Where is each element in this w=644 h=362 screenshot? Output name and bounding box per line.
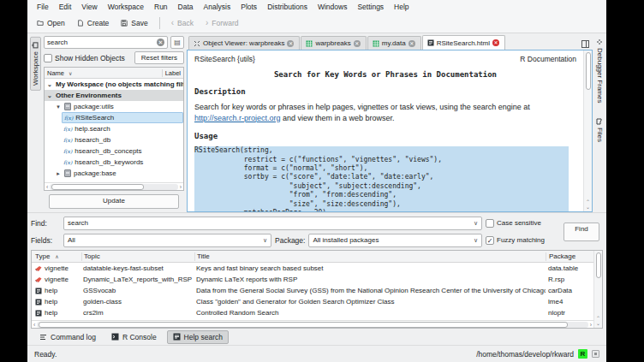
tree-item-hsearch-db-concepts[interactable]: f(x) hsearch_db_concepts: [62, 145, 183, 157]
table-row[interactable]: help crs2lm Controlled Random Search nlo…: [32, 307, 593, 318]
tree-item-hsearch-db-keywords[interactable]: f(x) hsearch_db_keywords: [62, 157, 183, 168]
r-console-tab[interactable]: R Console: [106, 331, 162, 343]
collapse-icon[interactable]: ⌄: [46, 81, 53, 88]
column-header-title[interactable]: Title: [194, 252, 546, 261]
fuzzy-matching-checkbox[interactable]: [486, 236, 494, 245]
column-header-name[interactable]: Name ∨: [47, 69, 159, 77]
files-side-tab[interactable]: Files: [595, 116, 605, 144]
interrupt-engine-icon[interactable]: [592, 350, 599, 358]
menu-workspace[interactable]: Workspace: [104, 2, 148, 12]
menu-distributions[interactable]: Distributions: [263, 2, 312, 12]
open-label: Open: [47, 19, 65, 27]
table-row[interactable]: vignette Dynamic_LaTeX_reports_with_RSP …: [32, 274, 593, 285]
type-cell: help: [45, 309, 57, 317]
command-log-tab[interactable]: Command log: [34, 331, 101, 343]
function-icon: f(x): [64, 115, 73, 121]
menu-data[interactable]: Data: [174, 2, 198, 12]
tree-item-rsitesearch[interactable]: f(x) RSiteSearch: [62, 112, 183, 123]
menu-plots[interactable]: Plots: [236, 2, 261, 12]
collapse-icon[interactable]: ▾: [55, 104, 62, 110]
scrollbar-thumb[interactable]: [586, 52, 591, 90]
scroll-right-icon[interactable]: ›: [180, 184, 182, 190]
fuzzy-matching-group: Fuzzy matching: [486, 236, 559, 245]
case-sensitive-checkbox[interactable]: [486, 219, 494, 228]
scrollbar-track[interactable]: [37, 322, 587, 328]
menu-edit[interactable]: Edit: [55, 2, 76, 12]
help-document[interactable]: RSiteSearch {utils} R Documentation Sear…: [188, 50, 583, 211]
tab-my-data[interactable]: my.data ✕: [367, 36, 421, 50]
scrollbar-thumb[interactable]: [39, 322, 568, 328]
filter-options-button[interactable]: ▤: [170, 36, 184, 49]
column-header-type[interactable]: Type∧: [32, 252, 81, 260]
menu-analysis[interactable]: Analysis: [200, 2, 236, 12]
close-tab-icon[interactable]: ✕: [287, 40, 294, 47]
tab-rsitesearch-html[interactable]: RSiteSearch.html ✕: [422, 35, 505, 50]
clear-search-icon[interactable]: ✕: [157, 39, 164, 46]
collapse-icon[interactable]: ⌄: [46, 92, 53, 99]
scrollbar-thumb[interactable]: [596, 252, 601, 278]
tree-item-help-search[interactable]: f(x) help.search: [62, 123, 183, 134]
scroll-right-icon[interactable]: ›: [590, 322, 592, 328]
close-tab-icon[interactable]: ✕: [492, 39, 499, 46]
column-header-topic[interactable]: Topic: [81, 252, 194, 261]
results-header: Type∧ Topic Title Package: [32, 251, 593, 263]
scroll-down-icon[interactable]: ⌄: [596, 321, 600, 326]
menu-windows[interactable]: Windows: [313, 2, 351, 12]
document-scrollbar[interactable]: ⌃⌄: [583, 50, 592, 211]
window-list-button[interactable]: [581, 40, 591, 50]
find-combobox[interactable]: search ∨: [63, 217, 482, 230]
tree-horizontal-scrollbar[interactable]: ‹ ›: [45, 182, 183, 190]
table-row[interactable]: vignette datatable-keys-fast-subset Keys…: [32, 263, 593, 274]
open-button[interactable]: Open: [33, 17, 69, 29]
fields-value: All: [68, 236, 75, 244]
scroll-down-icon[interactable]: ⌄: [586, 205, 590, 210]
scroll-left-icon[interactable]: ‹: [46, 184, 48, 190]
results-horizontal-scrollbar[interactable]: ‹ ›: [32, 320, 593, 328]
package-combobox[interactable]: All installed packages ∨: [308, 234, 482, 247]
fields-combobox[interactable]: All ∨: [63, 234, 271, 247]
help-search-tab[interactable]: Help search: [167, 330, 229, 344]
tree-item-other-environments[interactable]: ⌄ Other Environments: [45, 90, 183, 101]
scrollbar-thumb[interactable]: [51, 184, 144, 190]
close-tab-icon[interactable]: ✕: [408, 40, 415, 47]
find-button[interactable]: Find: [564, 223, 599, 241]
tree-item-label: hsearch_db_keywords: [75, 158, 143, 166]
debugger-frames-side-tab[interactable]: Debugger Frames: [595, 37, 605, 104]
tree-item-package-base[interactable]: ▸ package:base: [53, 168, 183, 179]
results-scrollbar[interactable]: ⌃⌄: [593, 251, 602, 328]
menu-view[interactable]: View: [77, 2, 101, 12]
create-button[interactable]: Create: [73, 17, 114, 29]
scroll-left-icon[interactable]: ‹: [33, 322, 35, 328]
vignette-icon: [35, 276, 42, 283]
column-header-label[interactable]: Label: [165, 69, 181, 77]
expand-icon[interactable]: ▸: [55, 170, 62, 177]
table-row[interactable]: help GSSvocab Data from the General Soci…: [32, 285, 593, 296]
menu-run[interactable]: Run: [150, 2, 172, 12]
tree-item-my-workspace[interactable]: ⌄ My Workspace (no objects matching filt…: [45, 79, 183, 90]
column-header-package[interactable]: Package: [546, 252, 593, 261]
close-tab-icon[interactable]: ✕: [354, 40, 361, 47]
scrollbar-track[interactable]: [50, 184, 177, 190]
workspace-side-tab[interactable]: Workspace: [30, 37, 41, 91]
menu-file[interactable]: File: [33, 2, 53, 12]
scrollbar-arrows[interactable]: ⌃⌄: [596, 316, 600, 326]
tab-warpbreaks[interactable]: warpbreaks ✕: [301, 36, 366, 50]
scrollbar-arrows[interactable]: ⌃⌄: [586, 199, 590, 210]
table-row[interactable]: help golden-class Class "golden" and Gen…: [32, 296, 593, 307]
tab-object-viewer-warpbreaks[interactable]: Object Viewer: warpbreaks ✕: [188, 36, 300, 50]
forward-button[interactable]: › Forward: [201, 17, 243, 29]
type-cell: vignette: [45, 276, 69, 283]
workspace-search-input[interactable]: [47, 39, 157, 46]
search-r-project-link[interactable]: http://search.r-project.org: [194, 114, 281, 122]
reset-filters-button[interactable]: Reset filters: [134, 51, 184, 64]
show-hidden-checkbox[interactable]: [44, 54, 52, 62]
menu-settings[interactable]: Settings: [353, 2, 388, 12]
back-button[interactable]: ‹ Back: [167, 17, 198, 29]
case-sensitive-label: Case sensitive: [497, 219, 541, 227]
menu-help[interactable]: Help: [390, 2, 413, 12]
usage-code-block[interactable]: RSiteSearch(string, restrict = c("functi…: [194, 146, 569, 211]
tree-item-hsearch-db[interactable]: f(x) hsearch_db: [62, 134, 183, 145]
update-button[interactable]: Update: [49, 194, 179, 209]
save-button[interactable]: Save: [116, 17, 152, 29]
tree-item-package-utils[interactable]: ▾ package:utils: [53, 101, 183, 112]
